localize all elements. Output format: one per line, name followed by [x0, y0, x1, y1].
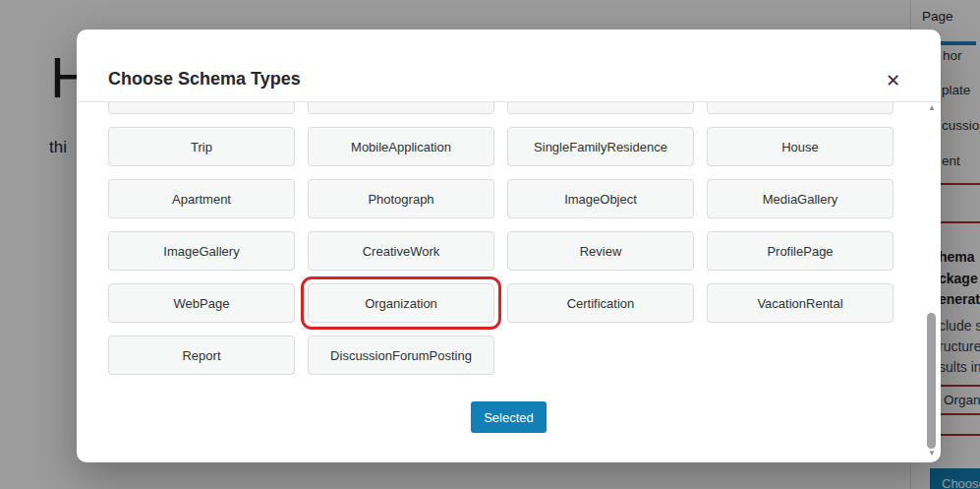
schema-type-button[interactable]: Certification — [507, 283, 694, 323]
schema-type-button[interactable]: DiscussionForumPosting — [308, 336, 494, 375]
schema-type-button-partial[interactable] — [507, 101, 694, 114]
selected-button[interactable]: Selected — [471, 401, 547, 433]
schema-type-button[interactable]: WebPage — [108, 283, 295, 323]
schema-type-button-partial[interactable] — [108, 101, 295, 114]
close-icon: ✕ — [886, 71, 900, 91]
wordpress-editor-screen: H thi Page hor plate cussion ent hema ck… — [0, 0, 980, 489]
modal-title: Choose Schema Types — [108, 69, 301, 90]
schema-type-button[interactable]: MediaGallery — [707, 179, 894, 218]
scroll-up-arrow-icon[interactable]: ▲ — [927, 102, 937, 114]
scrollbar-thumb[interactable] — [927, 313, 936, 449]
schema-type-button[interactable]: Apartment — [108, 179, 295, 218]
schema-type-button[interactable]: House — [707, 127, 894, 166]
modal-scrollbar[interactable]: ▲ ▼ — [927, 102, 937, 459]
schema-type-button[interactable]: SingleFamilyResidence — [507, 127, 694, 166]
schema-type-button[interactable]: Report — [108, 336, 295, 375]
schema-type-button[interactable]: ImageObject — [507, 179, 694, 218]
schema-type-button[interactable]: MobileApplication — [308, 127, 494, 166]
schema-type-button[interactable]: VacationRental — [707, 283, 894, 323]
choose-schema-types-modal: Choose Schema Types ✕ Trip MobileApplica… — [77, 30, 941, 462]
schema-type-button[interactable]: Photograph — [308, 179, 494, 218]
schema-type-button[interactable]: CreativeWork — [308, 231, 494, 271]
schema-type-button[interactable]: Trip — [108, 127, 295, 166]
modal-header: Choose Schema Types ✕ — [77, 30, 941, 101]
schema-type-button-partial[interactable] — [707, 101, 894, 114]
schema-type-button[interactable]: ImageGallery — [108, 231, 295, 271]
scroll-down-arrow-icon[interactable]: ▼ — [927, 448, 937, 459]
modal-scroll-area: Trip MobileApplication SingleFamilyResid… — [77, 101, 941, 462]
schema-type-button-organization[interactable]: Organization — [308, 283, 494, 323]
schema-type-button-partial[interactable] — [308, 101, 494, 114]
schema-type-grid: Trip MobileApplication SingleFamilyResid… — [77, 101, 941, 375]
schema-type-button[interactable]: ProfilePage — [707, 231, 894, 271]
close-button[interactable]: ✕ — [884, 72, 902, 90]
schema-type-button[interactable]: Review — [507, 231, 694, 271]
